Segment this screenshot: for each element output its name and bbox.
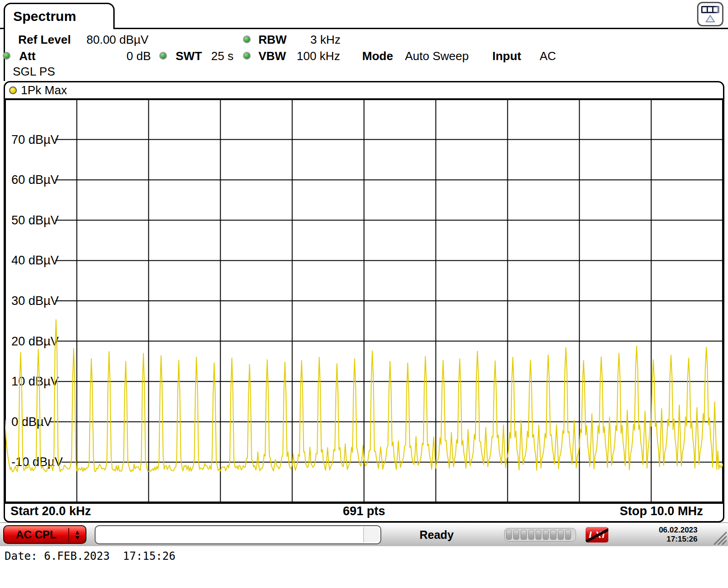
vbw-value[interactable]: 100 kHz (297, 49, 340, 63)
sweep-points-label: 691 pts (5, 504, 723, 518)
ref-level-label: Ref Level (18, 33, 71, 47)
status-time: 17:15:26 (659, 535, 698, 544)
screenshot-date-line: Date: 6.FEB.2023 17:15:26 (5, 550, 176, 563)
progress-segment (528, 530, 534, 540)
att-value[interactable]: 0 dB (126, 49, 151, 63)
tab-spectrum[interactable]: Spectrum (4, 3, 115, 29)
input-value[interactable]: AC (540, 49, 556, 63)
rbw-label: RBW (258, 33, 287, 47)
trace-info-bar[interactable]: 1Pk Max (5, 82, 723, 99)
status-field-end-cap (363, 527, 379, 542)
input-label: Input (492, 49, 521, 63)
y-axis-label: 10 dBµV (11, 375, 59, 388)
coupling-button[interactable]: AC CPL ▲ ▼ (3, 525, 86, 544)
swt-led-icon (159, 52, 167, 60)
progress-segment (506, 530, 512, 540)
date-time-display[interactable]: 06.02.2023 17:15:26 (659, 526, 698, 544)
trace1-label: 1Pk Max (21, 83, 67, 97)
progress-segment (558, 530, 564, 540)
y-axis-label: 40 dBµV (11, 253, 59, 267)
frequency-axis-bar: Start 20.0 kHz 691 pts Stop 10.0 MHz (5, 502, 723, 519)
swt-value[interactable]: 25 s (211, 49, 233, 63)
status-message-field[interactable] (95, 525, 381, 544)
y-axis-label: 0 dBµV (11, 415, 52, 429)
att-led-icon (3, 52, 10, 60)
resize-grip-icon[interactable] (709, 527, 727, 545)
y-axis-label: 50 dBµV (11, 213, 59, 227)
rbw-led-icon (243, 35, 251, 43)
rbw-value[interactable]: 3 kHz (310, 33, 340, 47)
progress-segment (550, 530, 556, 540)
progress-segment (536, 530, 541, 540)
y-axis-label: 70 dBµV (11, 133, 59, 147)
coupling-spinner[interactable]: ▲ ▼ (69, 529, 86, 540)
progress-segment (513, 530, 519, 540)
tab-spectrum-label: Spectrum (13, 9, 76, 24)
spectrum-grid-area: 70 dBµV60 dBµV50 dBµV40 dBµV30 dBµV20 dB… (5, 99, 723, 502)
spinner-down-icon[interactable]: ▼ (74, 535, 81, 540)
mode-label: Mode (362, 49, 393, 63)
spectrum-diagram-panel: 1Pk Max 70 dBµV60 dBµV50 dBµV40 dBµV30 d… (4, 81, 724, 522)
progress-segment (521, 530, 526, 540)
ready-status-text: Ready (420, 528, 454, 542)
sweep-mode-badge: SGL PS (13, 65, 55, 79)
display-layout-button[interactable] (697, 2, 723, 26)
progress-segment (565, 530, 571, 540)
status-date: 06.02.2023 (659, 526, 698, 535)
spectrum-grid: 70 dBµV60 dBµV50 dBµV40 dBµV30 dBµV20 dB… (5, 99, 723, 502)
y-axis-label: -10 dBµV (11, 455, 63, 469)
y-axis-label: 30 dBµV (11, 294, 59, 308)
vbw-led-icon (243, 52, 251, 60)
y-axis-label: 60 dBµV (11, 173, 59, 187)
trace1-marker-icon (9, 86, 17, 94)
y-axis-label: 20 dBµV (11, 335, 59, 348)
display-layout-icon (701, 6, 719, 13)
softkey-triangle-icon (705, 15, 716, 23)
att-label: Att (19, 49, 35, 63)
progress-segment (543, 530, 549, 540)
sweep-progress-bar (504, 528, 576, 542)
status-bar: AC CPL ▲ ▼ Ready LXI 06.02.2023 17:15:26 (0, 522, 728, 546)
mode-value[interactable]: Auto Sweep (405, 49, 469, 63)
vbw-label: VBW (258, 49, 286, 63)
ref-level-value[interactable]: 80.00 dBµV (86, 33, 148, 47)
swt-label: SWT (176, 49, 202, 63)
lxi-logo: LXI (586, 527, 608, 542)
coupling-button-label: AC CPL (4, 528, 68, 541)
